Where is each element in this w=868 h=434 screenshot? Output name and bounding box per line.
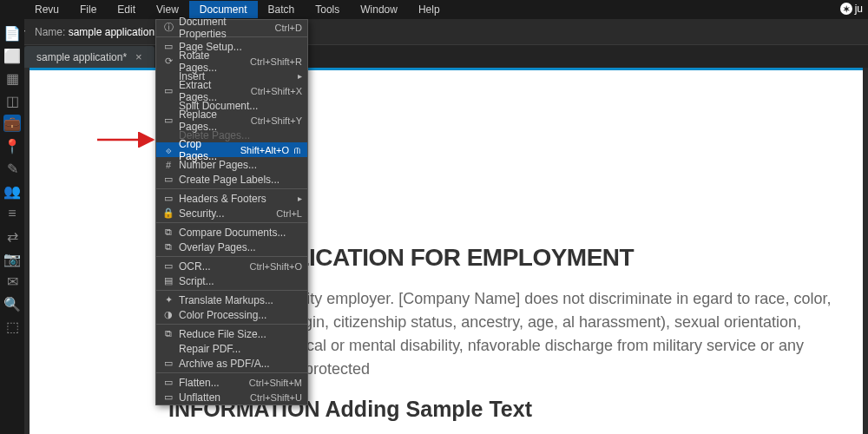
menu-item-flatten[interactable]: ▭Flatten...Ctrl+Shift+M <box>156 375 307 390</box>
menu-item-label: Script... <box>175 275 302 287</box>
menu-item-shortcut: Ctrl+Shift+R <box>250 56 302 67</box>
close-icon[interactable]: × <box>135 50 142 63</box>
sidebar-tool-10[interactable]: 📷 <box>3 250 21 267</box>
menu-item-label: Reduce File Size... <box>175 328 302 340</box>
sidebar-tool-2[interactable]: ▦ <box>3 69 21 87</box>
menu-item-shortcut: Ctrl+Shift+M <box>249 378 302 388</box>
menu-help[interactable]: Help <box>408 1 450 18</box>
sidebar-tool-8[interactable]: ≡ <box>3 205 21 222</box>
menu-item-label: Create Page Labels... <box>175 174 302 186</box>
menu-item-icon: ⓘ <box>161 21 175 34</box>
menu-item-shortcut: Ctrl+Shift+U <box>250 392 302 403</box>
menu-separator <box>156 324 307 325</box>
menu-item-script[interactable]: ▤Script... <box>156 273 307 288</box>
sidebar-tool-3[interactable]: ◫ <box>3 92 21 109</box>
menu-item-crop-pages[interactable]: ⟐Crop Pages...Shift+Alt+O⫙ <box>156 142 307 157</box>
menu-item-extract-pages[interactable]: ▭Extract Pages...Ctrl+Shift+X <box>156 83 307 98</box>
sidebar-tool-4[interactable]: 💼 <box>3 115 21 132</box>
sidebar-tool-0[interactable]: 📄 <box>3 24 21 42</box>
menu-item-compare-documents[interactable]: ⧉Compare Documents... <box>156 225 307 240</box>
menu-item-shortcut: Shift+Alt+O <box>240 145 289 155</box>
menu-item-icon: 🔒 <box>161 207 175 219</box>
menu-item-ocr[interactable]: ▭OCR...Ctrl+Shift+O <box>156 259 307 273</box>
menu-tools[interactable]: Tools <box>305 1 350 18</box>
menu-item-label: Number Pages... <box>175 159 302 171</box>
sidebar-tool-11[interactable]: ✉ <box>3 273 21 290</box>
menu-item-reduce-file-size[interactable]: ⧉Reduce File Size... <box>156 326 307 341</box>
menu-item-overlay-pages[interactable]: ⧉Overlay Pages... <box>156 240 307 254</box>
tab-sample-application[interactable]: sample application* × <box>24 46 155 68</box>
menu-file[interactable]: File <box>69 1 107 18</box>
document-page: NAME]APPLICATION FOR EMPLOYMENT s an equ… <box>30 68 863 434</box>
menu-item-icon: ⧉ <box>161 241 175 253</box>
menu-separator <box>156 222 307 223</box>
name-value: sample application <box>69 26 155 38</box>
menu-separator <box>156 290 307 291</box>
menu-item-translate-markups[interactable]: ✦Translate Markups... <box>156 293 307 307</box>
pin-icon: ⫙ <box>293 145 302 155</box>
menu-item-repair-pdf[interactable]: Repair PDF... <box>156 341 307 356</box>
menu-item-icon: ▭ <box>161 85 175 96</box>
sidebar-tool-7[interactable]: 👥 <box>3 182 21 200</box>
menu-item-icon: ✦ <box>161 294 175 306</box>
menu-item-create-page-labels[interactable]: ▭Create Page Labels... <box>156 172 307 187</box>
document-tabs: sample application* × <box>0 45 868 68</box>
menu-window[interactable]: Window <box>350 1 408 18</box>
menu-item-label: Security... <box>175 207 276 220</box>
name-label: Name: <box>35 26 65 38</box>
menu-item-rotate-pages[interactable]: ⟳Rotate Pages...Ctrl+Shift+R <box>156 54 307 69</box>
toolbar: ▭▾ Name: sample application Pa <box>0 19 868 45</box>
menu-item-icon: ⧉ <box>161 227 175 238</box>
menu-item-color-processing[interactable]: ◑Color Processing... <box>156 307 307 322</box>
menu-item-label: Translate Markups... <box>175 294 302 306</box>
submenu-icon: ▸ <box>298 71 302 81</box>
menu-item-archive-as-pdf-a[interactable]: ▭Archive as PDF/A... <box>156 356 307 371</box>
menu-item-icon: ▭ <box>161 358 175 369</box>
menu-item-icon: ▭ <box>161 260 175 272</box>
left-sidebar: 📄⬜▦◫💼📍✎👥≡⇄📷✉🔍⬚ <box>0 19 24 434</box>
menu-item-label: OCR... <box>175 260 249 273</box>
menu-item-label: Flatten... <box>175 377 249 389</box>
menu-item-icon: # <box>161 160 175 170</box>
menu-item-number-pages[interactable]: #Number Pages... <box>156 157 307 172</box>
menu-separator <box>156 188 307 189</box>
menu-item-icon: ▭ <box>161 41 175 52</box>
menu-item-shortcut: Ctrl+L <box>276 208 302 219</box>
menu-separator <box>156 372 307 373</box>
menu-item-icon: ⧉ <box>161 328 175 339</box>
menu-item-label: Unflatten <box>175 391 250 404</box>
menu-item-label: Archive as PDF/A... <box>175 358 302 370</box>
menu-item-replace-pages[interactable]: ▭Replace Pages...Ctrl+Shift+Y <box>156 113 307 128</box>
sidebar-tool-12[interactable]: 🔍 <box>3 295 21 312</box>
sidebar-tool-9[interactable]: ⇄ <box>3 227 21 245</box>
menu-item-icon: ⟐ <box>161 145 175 155</box>
menu-item-label: Compare Documents... <box>175 227 302 239</box>
menu-item-document-properties[interactable]: ⓘDocument PropertiesCtrl+D <box>156 20 307 35</box>
app-logo: ✶ju <box>840 3 863 15</box>
menu-item-icon: ◑ <box>161 309 175 320</box>
menu-item-label: Repair PDF... <box>175 343 302 355</box>
menu-item-headers-footers[interactable]: ▭Headers & Footers▸ <box>156 191 307 206</box>
menu-item-security[interactable]: 🔒Security...Ctrl+L <box>156 206 307 220</box>
menu-bar: RevuFileEditViewDocumentBatchToolsWindow… <box>0 0 868 19</box>
annotation-arrow <box>97 132 160 148</box>
document-menu-dropdown: ⓘDocument PropertiesCtrl+D▭Page Setup...… <box>155 19 308 405</box>
menu-item-icon: ▭ <box>161 174 175 185</box>
menu-item-icon: ▭ <box>161 115 175 126</box>
menu-item-label: Document Properties <box>175 16 275 40</box>
sidebar-tool-6[interactable]: ✎ <box>3 160 21 177</box>
menu-item-unflatten[interactable]: ▭UnflattenCtrl+Shift+U <box>156 390 307 404</box>
menu-item-icon: ▭ <box>161 377 175 388</box>
menu-revu[interactable]: Revu <box>24 1 69 18</box>
menu-item-shortcut: Ctrl+Shift+O <box>249 261 302 272</box>
menu-item-shortcut: Ctrl+D <box>275 23 302 33</box>
menu-item-icon: ▭ <box>161 391 175 403</box>
submenu-icon: ▸ <box>298 194 302 203</box>
menu-item-shortcut: Ctrl+Shift+X <box>251 86 302 96</box>
sidebar-tool-1[interactable]: ⬜ <box>3 47 21 64</box>
menu-edit[interactable]: Edit <box>107 1 146 18</box>
menu-item-label: Headers & Footers <box>175 193 302 205</box>
tab-title: sample application* <box>36 51 127 63</box>
sidebar-tool-13[interactable]: ⬚ <box>3 318 21 335</box>
sidebar-tool-5[interactable]: 📍 <box>3 137 21 155</box>
